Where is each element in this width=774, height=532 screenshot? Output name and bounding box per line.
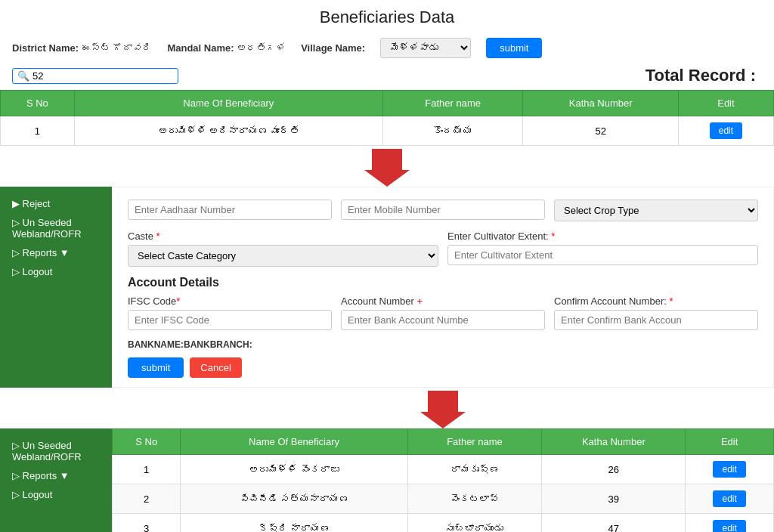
edit-section-wrapper: ▶ Reject ▷ Un SeededWebland/ROFR ▷ Repor… xyxy=(0,187,774,388)
cell-father: కొందయ్య xyxy=(382,116,523,146)
sidebar-reports[interactable]: ▷ Reports ▼ xyxy=(12,243,100,262)
bankname-text: BANKNAME:BANKBRANCH: xyxy=(128,339,758,350)
col-edit: Edit xyxy=(678,91,773,116)
cell-father: రామకృష్ణ xyxy=(407,455,542,484)
sidebar-top: ▶ Reject ▷ Un SeededWebland/ROFR ▷ Repor… xyxy=(0,187,112,388)
sidebar-unseeded[interactable]: ▷ Un SeededWebland/ROFR xyxy=(12,213,100,243)
edit-form: Select Crop Type Caste * Select Caste Ca… xyxy=(112,187,774,388)
form-cancel-button[interactable]: Cancel xyxy=(190,357,241,378)
cell-name: పిచినీడి సత్యనారాయణ xyxy=(181,484,407,514)
mandal-label: Mandal Name: అధతిగళ xyxy=(167,42,286,54)
table-row: 2 పిచినీడి సత్యనారాయణ వెంకటలావ్ 39 edit xyxy=(113,484,774,514)
district-label: District Name: ఈస్ట్ గోదావరి xyxy=(12,42,152,54)
cell-sno: 3 xyxy=(113,514,181,533)
aadhaar-input[interactable] xyxy=(128,200,332,220)
table-row: 1 అరుమిళ్ళి అదినారాయణ మూర్తి కొందయ్య 52 … xyxy=(1,116,774,146)
form-submit-button[interactable]: submit xyxy=(128,357,184,378)
cell-edit: edit xyxy=(686,514,774,533)
total-record: Total Record : xyxy=(646,66,762,85)
col-katha: Katha Number xyxy=(523,91,678,116)
account-group: Account Number + xyxy=(341,295,545,330)
top-table-section: S No Name Of Beneficiary Father name Kat… xyxy=(0,90,774,187)
account-section-title: Account Details xyxy=(128,276,758,289)
cell-katha: 52 xyxy=(523,116,678,146)
col-sno: S No xyxy=(1,91,75,116)
cell-name: అరుమిళ్ళి వెంకరాజు xyxy=(181,455,407,484)
confirm-label: Confirm Account Number: * xyxy=(554,295,758,307)
cell-katha: 39 xyxy=(542,484,686,514)
top-table-header: S No Name Of Beneficiary Father name Kat… xyxy=(1,91,774,116)
bottom-section-wrapper: ▷ Un SeededWebland/ROFR ▷ Reports ▼ ▷ Lo… xyxy=(0,428,774,532)
col-edit-b: Edit xyxy=(686,429,774,455)
cell-sno: 1 xyxy=(1,116,75,146)
sidebar-bottom-logout[interactable]: ▷ Logout xyxy=(12,485,100,504)
caste-select[interactable]: Select Caste Category xyxy=(128,245,438,267)
col-name: Name Of Beneficiary xyxy=(74,91,382,116)
caste-label: Caste * xyxy=(128,230,438,242)
caste-group: Caste * Select Caste Category xyxy=(128,230,438,267)
cell-katha: 26 xyxy=(542,455,686,484)
sidebar-bottom-reports[interactable]: ▷ Reports ▼ xyxy=(12,466,100,485)
cell-name: అరుమిళ్ళి అదినారాయణ మూర్తి xyxy=(74,116,382,146)
cell-father: వెంకటలావ్ xyxy=(407,484,542,514)
svg-marker-1 xyxy=(420,391,466,428)
sidebar-reject[interactable]: ▶ Reject xyxy=(12,194,100,213)
table-row: 1 అరుమిళ్ళి వెంకరాజు రామకృష్ణ 26 edit xyxy=(113,455,774,484)
svg-marker-0 xyxy=(364,149,410,187)
cell-sno: 2 xyxy=(113,484,181,514)
search-input[interactable] xyxy=(33,70,173,82)
village-label: Village Name: xyxy=(301,42,365,54)
account-input[interactable] xyxy=(341,310,545,330)
ifsc-group: IFSC Code* xyxy=(128,295,332,330)
col-father-b: Father name xyxy=(407,429,542,455)
col-name-b: Name Of Beneficiary xyxy=(181,429,407,455)
top-table: S No Name Of Beneficiary Father name Kat… xyxy=(0,90,774,146)
cultivator-input[interactable] xyxy=(447,245,758,265)
mobile-group xyxy=(341,200,545,220)
account-label: Account Number + xyxy=(341,295,545,307)
cultivator-label: Enter Cultivator Extent: * xyxy=(447,230,758,242)
mobile-input[interactable] xyxy=(341,200,545,220)
cell-father: సుబ్భారాయుడు xyxy=(407,514,542,533)
cell-edit: edit xyxy=(686,484,774,514)
arrow-down-1 xyxy=(364,149,410,187)
cell-edit: edit xyxy=(686,455,774,484)
form-actions: submit Cancel xyxy=(128,357,758,378)
bottom-table-header: S No Name Of Beneficiary Father name Kat… xyxy=(113,429,774,455)
ifsc-label: IFSC Code* xyxy=(128,295,332,307)
col-katha-b: Katha Number xyxy=(542,429,686,455)
header-bar: District Name: ఈస్ట్ గోదావరి Mandal Name… xyxy=(0,33,774,63)
sidebar-logout[interactable]: ▷ Logout xyxy=(12,262,100,281)
aadhaar-group xyxy=(128,200,332,220)
cell-katha: 47 xyxy=(542,514,686,533)
cell-sno: 1 xyxy=(113,455,181,484)
table-row: 3 క్ష్రి నారాయణ సుబ్భారాయుడు 47 edit xyxy=(113,514,774,533)
village-dropdown[interactable]: మెళ్ళపాడు xyxy=(380,38,471,58)
crop-group: Select Crop Type xyxy=(554,200,758,221)
arrow-down-2 xyxy=(420,391,466,428)
crop-select[interactable]: Select Crop Type xyxy=(554,200,758,221)
confirm-input[interactable] xyxy=(554,310,758,330)
header-submit-button[interactable]: submit xyxy=(486,38,542,58)
village-select[interactable]: మెళ్ళపాడు xyxy=(380,38,471,58)
edit-button[interactable]: edit xyxy=(710,122,742,139)
edit-button[interactable]: edit xyxy=(713,520,745,532)
sidebar-bottom-unseeded[interactable]: ▷ Un SeededWebland/ROFR xyxy=(12,436,100,466)
sidebar-bottom: ▷ Un SeededWebland/ROFR ▷ Reports ▼ ▷ Lo… xyxy=(0,428,112,532)
col-sno-b: S No xyxy=(113,429,181,455)
confirm-account-group: Confirm Account Number: * xyxy=(554,295,758,330)
cell-edit: edit xyxy=(678,116,773,146)
page-title: Beneficiaries Data xyxy=(0,0,774,33)
search-icon: 🔍 xyxy=(17,70,29,82)
cell-name: క్ష్రి నారాయణ xyxy=(181,514,407,533)
edit-button[interactable]: edit xyxy=(713,461,745,478)
ifsc-input[interactable] xyxy=(128,310,332,330)
edit-button[interactable]: edit xyxy=(713,490,745,507)
search-row: 🔍 Total Record : xyxy=(0,63,774,90)
bottom-table-section: S No Name Of Beneficiary Father name Kat… xyxy=(112,428,774,532)
cultivator-group: Enter Cultivator Extent: * xyxy=(447,230,758,265)
bottom-table: S No Name Of Beneficiary Father name Kat… xyxy=(112,428,774,532)
search-box[interactable]: 🔍 xyxy=(12,68,178,84)
col-father: Father name xyxy=(382,91,523,116)
